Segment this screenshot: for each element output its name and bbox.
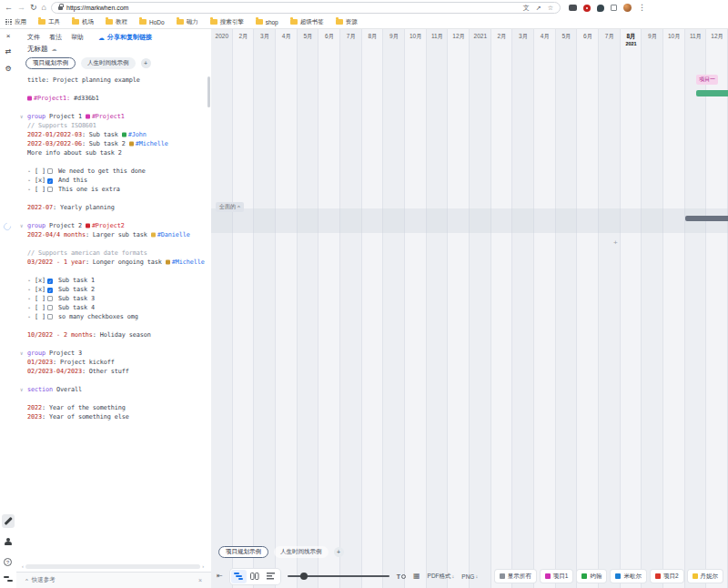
url-bar[interactable]: https://markwhen.com 文 ↗ ☆ [51,2,561,14]
code-line[interactable]: 2022-07: Yearly planning [16,203,207,212]
timeline-new-tab-button[interactable]: + [334,547,344,557]
timeline-tab-2[interactable]: 人生时间线示例 [274,546,329,558]
share-button[interactable]: ☁ 分享和复制链接 [98,33,152,42]
code-line[interactable]: - [ ] This one is extra [16,185,207,194]
home-icon[interactable]: ⌂ [42,4,46,12]
checkbox-unchecked[interactable] [47,314,53,319]
bookmark-apps[interactable]: 应用 [5,18,26,26]
profile-avatar[interactable] [623,4,632,12]
bookmark-item-9[interactable]: 资源 [336,18,358,26]
editor-tab-2[interactable]: 人生时间线示例 [81,57,136,69]
code-line[interactable]: ∨group Project 2 #Project2 [16,221,207,230]
download-pdf-button[interactable]: PDF格式 ↓ [428,573,455,581]
legend-item-3[interactable]: 约翰 [577,570,606,583]
back-icon[interactable]: ← [5,4,13,12]
download-png-button[interactable]: PNG ↓ [461,573,478,580]
legend-item-6[interactable]: 丹妮尔 [688,570,723,583]
code-line[interactable]: 2023: Year of something else [16,412,207,421]
code-line[interactable]: 2022: Year of the something [16,403,207,412]
code-line[interactable] [16,340,207,349]
code-line[interactable]: More info about sub task 2 [16,148,207,157]
reload-icon[interactable]: ↻ [30,4,37,12]
translate-icon[interactable]: 文 [523,5,530,11]
document-title[interactable]: 无标题 [27,45,48,54]
browser-menu-icon[interactable]: ⋮ [638,4,646,12]
menu-item-2[interactable]: 看法 [49,33,62,42]
timeline-tab-1[interactable]: 项目规划示例 [218,546,268,558]
section-collapse-button[interactable]: 全面的 ^ [216,202,244,212]
bookmark-star-icon[interactable]: ☆ [548,5,553,11]
code-line[interactable]: 01/2023: Project kickoff [16,358,207,367]
close-icon[interactable]: × [198,577,202,583]
timeline-view-button[interactable] [231,570,247,583]
calendar-view-button[interactable] [248,570,263,583]
code-line[interactable]: // Supports american date formats [16,248,207,258]
code-line[interactable]: ∨group Project 1 #Project1 [16,112,207,121]
bookmark-item-4[interactable]: HoDo [139,19,165,25]
extension-icon-4[interactable] [611,5,617,11]
checkbox-checked[interactable]: ✓ [47,288,53,293]
code-line[interactable]: 03/2022 - 1 year: Longer ongoing task #M… [16,258,207,267]
timeline-logo-icon[interactable] [4,575,13,583]
menu-item-3[interactable]: 帮助 [71,33,84,42]
list-view-button[interactable] [264,570,279,583]
code-line[interactable]: ∨section Overall [16,385,207,394]
zoom-slider[interactable] [288,572,389,581]
code-line[interactable] [16,85,207,94]
scroll-right-icon[interactable]: › [202,564,204,570]
fold-chevron-icon[interactable]: ∨ [20,221,23,230]
collapse-left-icon[interactable]: ⇤ [217,573,223,580]
slider-knob[interactable] [300,573,308,580]
share-page-icon[interactable]: ↗ [536,5,541,11]
forward-icon[interactable]: → [17,4,25,12]
checkbox-unchecked[interactable] [47,305,53,310]
editor-vertical-scrollbar[interactable] [207,76,210,107]
code-line[interactable] [16,212,207,221]
checkbox-checked[interactable]: ✓ [47,279,53,284]
code-line[interactable] [16,394,207,403]
bookmark-item-8[interactable]: 超级书签 [290,18,324,26]
checkbox-unchecked[interactable] [47,296,53,301]
swap-panels-icon[interactable]: ⇄ [0,47,16,56]
event-bar-green[interactable] [696,90,728,96]
code-line[interactable] [16,103,207,112]
legend-item-2[interactable]: 项目1 [541,570,573,583]
code-line[interactable]: - [x]✓ Sub task 2 [16,285,207,294]
url-text[interactable]: https://markwhen.com [66,5,128,11]
code-line[interactable] [16,157,207,167]
code-line[interactable]: - [ ] so many checkboxes omg [16,312,207,321]
editor-new-tab-button[interactable]: + [141,58,151,68]
code-line[interactable] [16,194,207,203]
settings-gear-icon[interactable]: ⚙ [0,65,16,73]
close-panel-icon[interactable]: × [0,32,16,40]
code-line[interactable] [16,321,207,330]
code-line[interactable]: title: Project planning example [16,76,207,85]
code-line[interactable]: 2022-03/2022-06: Sub task 2 #Michelle [16,139,207,148]
code-line[interactable]: - [ ] We need to get this done [16,167,207,176]
quick-reference-bar[interactable]: ^ 快速参考 × [16,572,211,588]
code-line[interactable]: ∨group Project 3 [16,349,207,358]
code-line[interactable]: 02/2023-04/2023: Other stuff [16,367,207,376]
bookmark-item-1[interactable]: 工具 [38,18,60,26]
checkbox-unchecked[interactable] [47,187,53,192]
bookmark-item-7[interactable]: shop [256,19,278,25]
editor-tab-1[interactable]: 项目规划示例 [25,57,76,69]
section-summary-bar[interactable] [685,216,728,221]
code-editor[interactable]: title: Project planning example#Project1… [16,76,207,563]
extension-icon-1[interactable] [569,5,577,11]
extension-icon-3[interactable] [597,5,604,12]
code-line[interactable]: // Supports ISO8601 [16,121,207,130]
grid-view-icon[interactable]: ▦ [413,573,420,580]
legend-item-4[interactable]: 米歇尔 [611,570,646,583]
fold-chevron-icon[interactable]: ∨ [20,112,23,121]
code-line[interactable]: - [ ] Sub task 4 [16,303,207,312]
bookmark-item-3[interactable]: 教程 [106,18,127,26]
checkbox-checked[interactable]: ✓ [47,178,53,184]
scrollbar-track[interactable] [25,564,200,569]
editor-horizontal-scrollbar[interactable]: ‹ › [22,563,204,570]
code-line[interactable]: - [x]✓ Sub task 1 [16,276,207,285]
help-icon[interactable]: ? [4,558,12,566]
code-line[interactable] [16,239,207,248]
bookmark-item-5[interactable]: 磁力 [177,18,198,26]
edit-mode-button[interactable] [2,514,15,528]
